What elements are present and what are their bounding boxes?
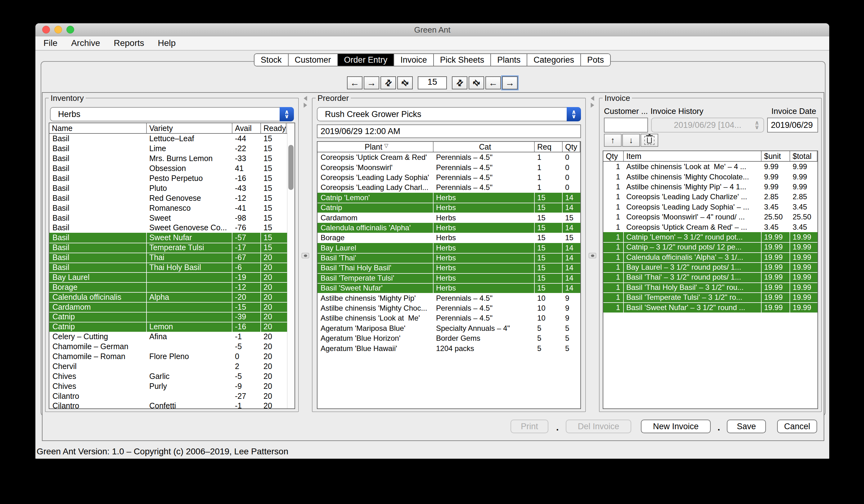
invoice-date-field[interactable]: 2019/06/29 <box>767 118 818 133</box>
tab-categories[interactable]: Categories <box>527 54 580 66</box>
scrollbar-thumb[interactable] <box>288 145 293 190</box>
preorder-picklist-dropdown[interactable]: Rush Creek Grower Picks ∧∨ <box>317 107 581 121</box>
inventory-category-dropdown[interactable]: Herbs ∧∨ <box>50 107 294 121</box>
table-row[interactable]: Catnip-3920 <box>49 312 295 322</box>
table-row[interactable]: BasilPesto Perpetuo-1615 <box>49 173 295 183</box>
collapse-left-icon[interactable] <box>591 96 594 101</box>
table-row[interactable]: BasilLime-2215 <box>49 144 295 154</box>
delete-line-button[interactable] <box>640 134 658 147</box>
tab-plants[interactable]: Plants <box>490 54 527 66</box>
arrow-right-button[interactable]: → <box>364 76 379 89</box>
table-row[interactable]: BasilLettuce–Leaf-4415 <box>49 134 295 144</box>
table-row[interactable]: BasilObsession4115 <box>49 164 295 173</box>
table-row[interactable]: 1Basil 'Temperate Tulsi' – 3 1/2" ro...1… <box>603 292 817 302</box>
table-row[interactable]: Chamomile – RomanFlore Pleno020 <box>49 352 295 362</box>
table-row[interactable]: Calendula officinalis 'Alpha'Herbs1514 <box>317 223 580 233</box>
table-row[interactable]: Chervil220 <box>49 361 295 371</box>
inventory-scrollbar[interactable] <box>287 123 295 408</box>
column-header-req[interactable]: Req <box>534 142 562 152</box>
swap-diagonal-alt-button[interactable]: ⇄ <box>397 76 413 89</box>
table-row[interactable]: 1Basil 'Thai' – 3 1/2" round pots/ 1...1… <box>603 272 817 282</box>
tab-order-entry[interactable]: Order Entry <box>337 54 394 66</box>
table-row[interactable]: Basil 'Temperate Tulsi'Herbs1514 <box>317 273 580 283</box>
splitter-knob[interactable] <box>589 253 596 258</box>
table-row[interactable]: Astilbe chinensis 'Look at Me'Perennials… <box>317 313 580 323</box>
table-row[interactable]: 1Coreopsis 'Moonswirl' – 4" round/ ...25… <box>603 212 817 222</box>
table-row[interactable]: BasilSweet Genovese Co...-7615 <box>49 223 295 233</box>
column-header-name[interactable]: Name <box>49 123 146 133</box>
move-down-button[interactable]: ↓ <box>622 134 640 147</box>
record-number-field[interactable]: 15 <box>418 76 447 89</box>
move-up-button[interactable]: ↑ <box>604 134 622 147</box>
table-row[interactable]: 1Coreopsis 'Leading Lady Charlize' ...2.… <box>603 192 817 202</box>
table-row[interactable]: Catnip 'Lemon'Herbs1514 <box>317 193 580 203</box>
table-row[interactable]: 1Catnip – 3 1/2" round pots/ 12 pe...19.… <box>603 242 817 252</box>
tab-pots[interactable]: Pots <box>580 54 610 66</box>
titlebar[interactable]: Green Ant <box>35 23 829 36</box>
save-button[interactable]: Save <box>727 420 766 433</box>
menu-file[interactable]: File <box>44 38 57 48</box>
customer-input[interactable] <box>604 118 648 133</box>
table-row[interactable]: BasilPluto-4315 <box>49 183 295 193</box>
column-header-variety[interactable]: Variety <box>146 123 232 133</box>
table-row[interactable]: 1Coreopsis 'Leading Lady Sophia' – ...3.… <box>603 202 817 212</box>
table-row[interactable]: Basil 'Thai'Herbs1514 <box>317 253 580 263</box>
table-row[interactable]: 1Basil 'Sweet Nufar' – 3 1/2" round ...1… <box>603 302 817 312</box>
table-row[interactable]: ChivesGarlic-520 <box>49 371 295 381</box>
table-row[interactable]: Coreopsis 'Uptick Cream & Red'Perennials… <box>317 152 580 162</box>
menu-help[interactable]: Help <box>158 38 176 48</box>
table-row[interactable]: BasilRomanesco-4115 <box>49 203 295 213</box>
swap-diagonal-button[interactable]: ⇄ <box>452 76 467 89</box>
table-row[interactable]: BasilSweet Nufar-5715 <box>49 233 295 243</box>
collapse-left-icon[interactable] <box>304 96 307 101</box>
table-row[interactable]: BorageHerbs1515 <box>317 233 580 243</box>
table-row[interactable]: Coreopsis 'Moonswirl'Perennials – 4.5"10 <box>317 162 580 172</box>
column-header-qty[interactable]: Qty <box>603 151 623 161</box>
swap-diagonal-alt-button[interactable]: ⇄ <box>469 76 484 89</box>
column-header-item[interactable]: Item <box>623 151 761 161</box>
tab-stock[interactable]: Stock <box>254 54 288 66</box>
preorder-date-field[interactable]: 2019/06/29 12:00 AM <box>317 124 581 138</box>
table-row[interactable]: Bay LaurelHerbs1514 <box>317 243 580 253</box>
table-row[interactable]: Astilbe chinensis 'Mighty Pip'Perennials… <box>317 293 580 303</box>
table-row[interactable]: BasilTemperate Tulsi-1715 <box>49 243 295 253</box>
table-row[interactable]: 1Bay Laurel – 3 1/2" round pots/ 1...19.… <box>603 262 817 272</box>
splitter-knob[interactable] <box>302 253 309 258</box>
table-row[interactable]: Cilantro-2720 <box>49 391 295 401</box>
split-handle-right[interactable] <box>586 98 599 412</box>
table-row[interactable]: BasilRed Genovese-1215 <box>49 193 295 203</box>
tab-pick-sheets[interactable]: Pick Sheets <box>433 54 491 66</box>
menu-archive[interactable]: Archive <box>71 38 100 48</box>
new-invoice-button[interactable]: New Invoice <box>641 420 711 433</box>
table-row[interactable]: 1Astilbe chinensis 'Mighty Pip' – 4 1...… <box>603 182 817 192</box>
collapse-right-icon[interactable] <box>304 103 307 108</box>
table-row[interactable]: BasilThai-6720 <box>49 253 295 263</box>
table-row[interactable]: 1Catnip 'Lemon' – 3 1/2" round pot...19.… <box>603 232 817 242</box>
table-row[interactable]: Ageratum 'Blue Horizon'Border Gems55 <box>317 333 580 343</box>
menu-reports[interactable]: Reports <box>114 38 144 48</box>
column-header-total[interactable]: $total <box>790 151 817 161</box>
cancel-button[interactable]: Cancel <box>777 420 817 433</box>
table-row[interactable]: Chamomile – German-520 <box>49 342 295 352</box>
table-row[interactable]: Bay Laurel-1920 <box>49 272 295 282</box>
table-row[interactable]: 1Coreopsis 'Uptick Cream & Red' – ...3.4… <box>603 222 817 232</box>
swap-diagonal-button[interactable]: ⇄ <box>381 76 396 89</box>
column-header-plant[interactable]: Plant▽ <box>317 142 433 152</box>
table-row[interactable]: BasilSweet-9815 <box>49 213 295 223</box>
table-row[interactable]: 1Astilbe chinensis 'Look at Me' – 4 ...9… <box>603 162 817 172</box>
table-row[interactable]: Calendula officinalisAlpha-2020 <box>49 292 295 302</box>
table-row[interactable]: 1Calendula officinalis 'Alpha' – 3 1/...… <box>603 252 817 262</box>
table-row[interactable]: Coreopsis 'Leading Lady Sophia'Perennial… <box>317 172 580 182</box>
table-row[interactable]: BasilThai Holy Basil-620 <box>49 263 295 273</box>
table-row[interactable]: Cardamom-1520 <box>49 302 295 312</box>
column-header-qty[interactable]: Qty <box>562 142 580 152</box>
table-row[interactable]: Ageratum 'Mariposa Blue'Specialty Annual… <box>317 323 580 333</box>
column-header-cat[interactable]: Cat <box>433 142 534 152</box>
tab-customer[interactable]: Customer <box>288 54 337 66</box>
table-row[interactable]: CardamomHerbs1515 <box>317 213 580 223</box>
table-row[interactable]: 1Basil 'Thai Holy Basil' – 3 1/2" rou...… <box>603 283 817 292</box>
split-handle-left[interactable] <box>299 98 312 412</box>
column-header-unit[interactable]: $unit <box>761 151 790 161</box>
table-row[interactable]: Celery – CuttingAfina-120 <box>49 332 295 342</box>
collapse-right-icon[interactable] <box>591 103 594 108</box>
